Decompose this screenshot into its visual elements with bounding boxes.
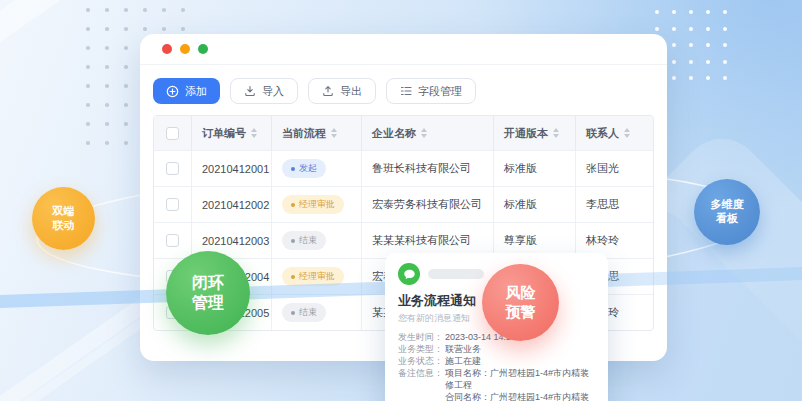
feature-badge-text: 联动	[53, 219, 75, 233]
column-header-4[interactable]: 联系人	[576, 116, 653, 150]
upload-tray-icon	[322, 85, 334, 97]
field-management-button-label: 字段管理	[418, 84, 462, 99]
status-dot-icon	[291, 203, 295, 207]
feature-badge-text: 闭环	[192, 273, 224, 293]
feature-badge-closed-loop: 闭环 管理	[166, 251, 250, 335]
window-close-button[interactable]	[162, 44, 172, 54]
notification-fields: 发生时间：2023-03-14 14:20业务类型：联营业务业务状态：施工在建备…	[398, 331, 595, 401]
cell-status: 结束	[272, 223, 362, 258]
cell-company: 鲁班长科技有限公司	[362, 151, 494, 186]
sort-arrows-icon[interactable]	[624, 128, 630, 138]
column-header-label: 当前流程	[282, 126, 326, 141]
cell-order-no: 20210412001	[192, 151, 272, 186]
notification-field-label: 业务类型：	[398, 343, 445, 355]
status-dot-icon	[291, 239, 295, 243]
status-dot-icon	[291, 167, 295, 171]
skeleton-bar	[428, 269, 484, 279]
sort-arrows-icon[interactable]	[421, 128, 427, 138]
notification-field: 备注信息：项目名称：广州碧桂园1-4#市内精装修工程合同名称：广州碧桂园1-4#…	[398, 367, 595, 401]
status-badge: 经理审批	[282, 267, 344, 286]
sort-arrows-icon[interactable]	[331, 128, 337, 138]
column-header-label: 联系人	[586, 126, 619, 141]
feature-badge-text: 多维度	[711, 198, 744, 212]
column-header-0[interactable]: 订单编号	[192, 116, 272, 150]
row-checkbox[interactable]	[166, 234, 179, 247]
cell-status: 发起	[272, 151, 362, 186]
cell-contact: 李思思	[576, 187, 653, 222]
download-tray-icon	[244, 85, 256, 97]
row-checkbox[interactable]	[166, 198, 179, 211]
notification-field-value: 联营业务	[445, 343, 595, 355]
status-dot-icon	[291, 275, 295, 279]
feature-badge-text: 管理	[192, 293, 224, 313]
column-header-label: 订单编号	[202, 126, 246, 141]
row-checkbox-cell	[154, 187, 192, 222]
table-row[interactable]: 20210412002经理审批宏泰劳务科技有限公司标准版李思思	[154, 186, 653, 222]
dot-grid-right	[655, 10, 740, 93]
column-header-1[interactable]: 当前流程	[272, 116, 362, 150]
status-badge: 结束	[282, 303, 326, 322]
cell-version: 标准版	[494, 151, 576, 186]
feature-badge-dashboard: 多维度 看板	[694, 179, 760, 245]
notification-field-label: 业务状态：	[398, 355, 445, 367]
column-header-label: 开通版本	[504, 126, 548, 141]
notification-field-value: 施工在建	[445, 355, 595, 367]
column-header-3[interactable]: 开通版本	[494, 116, 576, 150]
cell-status: 经理审批	[272, 187, 362, 222]
column-header-2[interactable]: 企业名称	[362, 116, 494, 150]
import-button[interactable]: 导入	[230, 78, 298, 104]
feature-badge-dual-linkage: 双端 联动	[32, 187, 95, 250]
row-checkbox-cell	[154, 151, 192, 186]
decor-stripe-top-left	[0, 0, 147, 72]
status-badge: 经理审批	[282, 195, 344, 214]
cell-status: 经理审批	[272, 259, 362, 294]
chat-bubble-icon	[398, 263, 420, 285]
import-button-label: 导入	[262, 84, 284, 99]
table-header-row: 订单编号当前流程企业名称开通版本联系人	[154, 116, 653, 150]
column-header-label: 企业名称	[372, 126, 416, 141]
field-management-button[interactable]: 字段管理	[386, 78, 476, 104]
sort-arrows-icon[interactable]	[251, 128, 257, 138]
window-minimize-button[interactable]	[180, 44, 190, 54]
sort-arrows-icon[interactable]	[553, 128, 559, 138]
cell-contact: 张国光	[576, 151, 653, 186]
feature-badge-risk-warning: 风险 预警	[482, 264, 559, 341]
export-button-label: 导出	[340, 84, 362, 99]
window-maximize-button[interactable]	[198, 44, 208, 54]
list-lines-icon	[400, 85, 412, 97]
cell-version: 标准版	[494, 187, 576, 222]
status-badge: 发起	[282, 159, 326, 178]
notification-field-label: 发生时间：	[398, 331, 445, 343]
cell-status: 结束	[272, 295, 362, 330]
row-checkbox-cell	[154, 223, 192, 258]
plus-circle-icon	[166, 85, 179, 98]
status-badge: 结束	[282, 231, 326, 250]
feature-badge-text: 预警	[506, 303, 536, 322]
window-titlebar	[140, 34, 667, 65]
notification-field-label: 备注信息：	[398, 367, 445, 401]
table-row[interactable]: 20210412001发起鲁班长科技有限公司标准版张国光	[154, 150, 653, 186]
feature-badge-text: 看板	[716, 212, 738, 226]
row-checkbox[interactable]	[166, 162, 179, 175]
add-button-label: 添加	[185, 84, 207, 99]
feature-badge-text: 双端	[53, 205, 75, 219]
add-button[interactable]: 添加	[153, 78, 220, 104]
notification-field: 业务状态：施工在建	[398, 355, 595, 367]
notification-field-value: 项目名称：广州碧桂园1-4#市内精装修工程合同名称：广州碧桂园1-4#市内精装修…	[445, 367, 595, 401]
feature-badge-text: 风险	[506, 284, 536, 303]
header-checkbox-cell	[154, 116, 192, 150]
notification-field: 业务类型：联营业务	[398, 343, 595, 355]
cell-order-no: 20210412002	[192, 187, 272, 222]
export-button[interactable]: 导出	[308, 78, 376, 104]
select-all-checkbox[interactable]	[166, 127, 179, 140]
cell-company: 宏泰劳务科技有限公司	[362, 187, 494, 222]
toolbar: 添加 导入 导出 字段管理	[140, 65, 667, 115]
status-dot-icon	[291, 311, 295, 315]
